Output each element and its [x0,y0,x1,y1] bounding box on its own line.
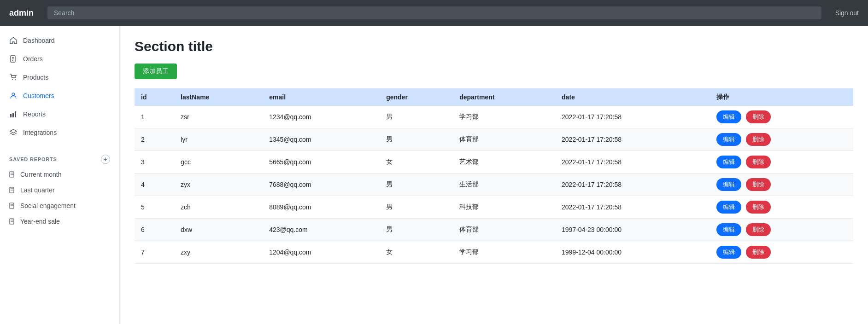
cell-actions: 编辑 删除 [710,128,853,151]
sidebar-item-products[interactable]: Products [0,68,119,87]
sidebar-item-integrations[interactable]: Integrations [0,123,119,142]
cell-actions: 编辑 删除 [710,106,853,128]
table-row: 7 zxy 1204@qq.com 女 学习部 1999-12-04 00:00… [135,241,853,264]
delete-button[interactable]: 删除 [746,156,771,168]
cell-email: 1345@qq.com [263,128,380,151]
saved-report-label-year-end-sale: Year-end sale [20,218,60,225]
cell-id: 3 [135,151,174,174]
table-row: 3 gcc 5665@qq.com 女 艺术部 2022-01-17 17:20… [135,151,853,174]
add-saved-report-button[interactable]: + [101,155,110,164]
svg-marker-10 [10,129,17,133]
cell-date: 1999-12-04 00:00:00 [555,241,710,264]
cell-gender: 男 [380,128,453,151]
cell-lastname: lyr [174,128,263,151]
cell-gender: 男 [380,174,453,196]
cell-actions: 编辑 删除 [710,174,853,196]
col-gender: gender [380,88,453,106]
sidebar-nav: Dashboard Orders [0,26,119,147]
delete-button[interactable]: 删除 [746,201,771,214]
sidebar-label-orders: Orders [23,55,43,63]
saved-report-social-engagement[interactable]: Social engagement [0,198,119,214]
cart-icon [9,73,18,81]
svg-point-4 [12,79,13,80]
svg-rect-7 [10,114,12,117]
cell-department: 学习部 [453,106,555,128]
delete-button[interactable]: 删除 [746,246,771,259]
cell-email: 8089@qq.com [263,196,380,219]
col-actions: 操作 [710,88,853,106]
cell-date: 2022-01-17 17:20:58 [555,196,710,219]
cell-date: 1997-04-23 00:00:00 [555,219,710,241]
sidebar-item-orders[interactable]: Orders [0,50,119,68]
saved-report-label-last-quarter: Last quarter [20,186,55,194]
cell-actions: 编辑 删除 [710,196,853,219]
cell-date: 2022-01-17 17:20:58 [555,106,710,128]
edit-button[interactable]: 编辑 [716,133,741,146]
cell-id: 4 [135,174,174,196]
saved-report-current-month[interactable]: Current month [0,167,119,182]
svg-rect-8 [12,113,14,117]
saved-reports-title: SAVED REPORTS [9,156,57,162]
saved-report-last-quarter[interactable]: Last quarter [0,182,119,198]
edit-button[interactable]: 编辑 [716,178,741,191]
cell-date: 2022-01-17 17:20:58 [555,151,710,174]
cell-email: 423@qq.com [263,219,380,241]
sidebar-item-customers[interactable]: Customers [0,87,119,105]
employee-table: id lastName email gender department date… [135,88,853,264]
cell-gender: 男 [380,219,453,241]
table-row: 2 lyr 1345@qq.com 男 体育部 2022-01-17 17:20… [135,128,853,151]
delete-button[interactable]: 删除 [746,178,771,191]
report-file-icon-2 [9,187,16,193]
svg-point-6 [12,93,15,96]
cell-lastname: gcc [174,151,263,174]
cell-lastname: dxw [174,219,263,241]
page-title: Section title [135,39,853,54]
edit-button[interactable]: 编辑 [716,246,741,259]
cell-id: 7 [135,241,174,264]
cell-date: 2022-01-17 17:20:58 [555,128,710,151]
edit-button[interactable]: 编辑 [716,201,741,214]
saved-reports-section: SAVED REPORTS + [0,147,119,167]
report-file-icon-1 [9,171,16,178]
svg-rect-9 [15,111,16,117]
sidebar: Dashboard Orders [0,26,120,324]
sidebar-label-dashboard: Dashboard [23,37,55,44]
edit-button[interactable]: 编辑 [716,223,741,236]
topbar: admin Sign out [0,0,868,26]
cell-id: 2 [135,128,174,151]
cell-actions: 编辑 删除 [710,219,853,241]
table-row: 4 zyx 7688@qq.com 男 生活部 2022-01-17 17:20… [135,174,853,196]
col-lastname: lastName [174,88,263,106]
search-input[interactable] [47,6,821,19]
layers-icon [9,128,18,137]
cell-department: 艺术部 [453,151,555,174]
delete-button[interactable]: 删除 [746,223,771,236]
layout: Dashboard Orders [0,26,868,324]
cell-gender: 男 [380,196,453,219]
table-row: 1 zsr 1234@qq.com 男 学习部 2022-01-17 17:20… [135,106,853,128]
sidebar-label-reports: Reports [23,110,46,118]
cell-id: 5 [135,196,174,219]
main-content: Section title 添加员工 id lastName email gen… [120,26,868,324]
saved-report-year-end-sale[interactable]: Year-end sale [0,214,119,229]
cell-lastname: zch [174,196,263,219]
delete-button[interactable]: 删除 [746,110,771,123]
edit-button[interactable]: 编辑 [716,156,741,168]
sidebar-item-dashboard[interactable]: Dashboard [0,31,119,50]
sidebar-label-customers: Customers [23,92,54,99]
edit-button[interactable]: 编辑 [716,110,741,123]
cell-department: 体育部 [453,128,555,151]
cell-id: 6 [135,219,174,241]
cell-department: 生活部 [453,174,555,196]
sidebar-item-reports[interactable]: Reports [0,105,119,123]
signout-button[interactable]: Sign out [835,9,859,17]
col-id: id [135,88,174,106]
svg-point-5 [15,79,16,80]
delete-button[interactable]: 删除 [746,133,771,146]
add-employee-button[interactable]: 添加员工 [135,64,177,79]
cell-lastname: zsr [174,106,263,128]
cell-email: 7688@qq.com [263,174,380,196]
cell-gender: 男 [380,106,453,128]
col-date: date [555,88,710,106]
cell-lastname: zyx [174,174,263,196]
